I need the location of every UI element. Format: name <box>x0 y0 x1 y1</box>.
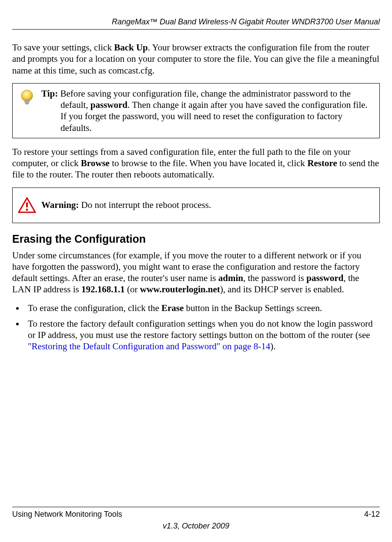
text: To restore the factory default configura… <box>28 318 373 340</box>
paragraph-erase-intro: Under some circumstances (for example, i… <box>12 250 380 295</box>
text: to browse to the file. When you have loc… <box>110 158 307 168</box>
svg-point-0 <box>21 90 33 101</box>
bold-browse: Browse <box>81 158 110 168</box>
footer-section-title: Using Network Monitoring Tools <box>12 510 122 519</box>
svg-rect-6 <box>26 202 28 207</box>
header-rule <box>12 29 380 30</box>
svg-rect-2 <box>26 103 29 104</box>
bold-erase: Erase <box>161 303 184 313</box>
tip-label: Tip: <box>41 88 58 99</box>
cross-reference-link[interactable]: "Restoring the Default Configuration and… <box>28 341 270 351</box>
page-footer: Using Network Monitoring Tools 4-12 v1.3… <box>12 507 380 531</box>
footer-page-number: 4-12 <box>364 510 380 519</box>
text: ). <box>270 341 275 351</box>
warning-callout: Warning: Do not interrupt the reboot pro… <box>12 187 380 223</box>
svg-point-7 <box>26 208 28 211</box>
text: button in the Backup Settings screen. <box>184 303 322 313</box>
bold-restore: Restore <box>307 158 337 168</box>
footer-rule <box>12 507 380 507</box>
bold-admin: admin <box>218 273 243 283</box>
list-item: To restore the factory default configura… <box>24 318 380 352</box>
bullet-list: To erase the configuration, click the Er… <box>12 302 380 352</box>
running-header: RangeMax™ Dual Band Wireless-N Gigabit R… <box>12 17 380 27</box>
bold-routerlogin: www.routerlogin.net <box>140 284 220 294</box>
warning-icon-cell <box>13 197 41 214</box>
text: To save your settings, click <box>12 42 114 53</box>
text: Do not interrupt the reboot process. <box>79 200 211 210</box>
bold-ip: 192.168.1.1 <box>81 284 125 294</box>
lightbulb-icon <box>17 88 37 107</box>
svg-rect-1 <box>25 100 29 103</box>
tip-callout: Tip: Before saving your configuration fi… <box>12 83 380 138</box>
text: ), and its DHCP server is enabled. <box>220 284 344 294</box>
bold-backup: Back Up <box>114 42 148 53</box>
paragraph-save-settings: To save your settings, click Back Up. Yo… <box>12 42 380 76</box>
bold-password2: password <box>306 273 343 283</box>
bold-password: password <box>90 100 127 110</box>
warning-label: Warning: <box>41 200 79 210</box>
tip-text: Tip: Before saving your configuration fi… <box>41 84 379 138</box>
footer-version: v1.3, October 2009 <box>12 522 380 531</box>
list-item: To erase the configuration, click the Er… <box>24 302 380 314</box>
warning-text: Warning: Do not interrupt the reboot pro… <box>41 200 379 211</box>
section-heading-erasing: Erasing the Configuration <box>12 233 380 245</box>
tip-icon-cell <box>13 84 41 107</box>
text: , the password is <box>243 273 306 283</box>
text: To erase the configuration, click the <box>28 303 161 313</box>
text: (or <box>125 284 140 294</box>
warning-icon <box>18 197 36 214</box>
paragraph-restore: To restore your settings from a saved co… <box>12 146 380 181</box>
